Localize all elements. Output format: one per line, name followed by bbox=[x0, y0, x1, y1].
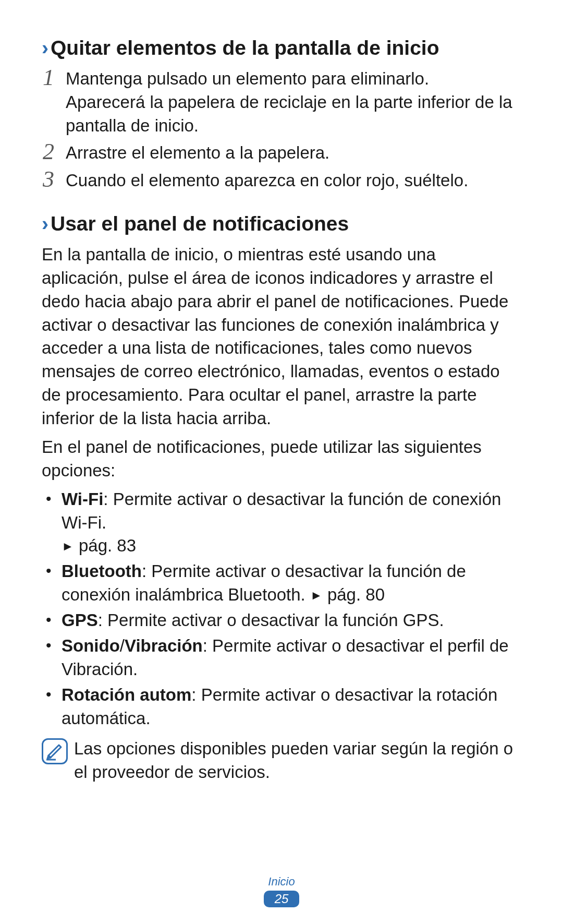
note-text: Las opciones disponibles pueden variar s… bbox=[74, 737, 521, 784]
page-ref: pág. 80 bbox=[327, 585, 385, 604]
heading-notifications-panel: ›Usar el panel de notificaciones bbox=[42, 211, 521, 237]
page-ref: pág. 83 bbox=[79, 536, 136, 555]
step-body: Arrastre el elemento a la papelera. bbox=[64, 141, 521, 165]
page-number-badge: 25 bbox=[264, 891, 299, 907]
bullet-body: GPS: Permite activar o desactivar la fun… bbox=[62, 609, 521, 632]
bullet-body: Bluetooth: Permite activar o desactivar … bbox=[62, 560, 521, 607]
bullet-bluetooth: • Bluetooth: Permite activar o desactiva… bbox=[46, 560, 521, 607]
step-number: 3 bbox=[43, 168, 64, 191]
bullet-wifi: • Wi-Fi: Permite activar o desactivar la… bbox=[46, 488, 521, 558]
note-icon bbox=[42, 738, 68, 764]
step-3: 3 Cuando el elemento aparezca en color r… bbox=[43, 169, 521, 193]
bullet-icon: • bbox=[46, 609, 62, 631]
bullet-gps: • GPS: Permite activar o desactivar la f… bbox=[46, 609, 521, 632]
bullet-bold: Sonido bbox=[62, 636, 120, 655]
paragraph: En el panel de notificaciones, puede uti… bbox=[42, 436, 521, 483]
heading-text: Quitar elementos de la pantalla de inici… bbox=[51, 37, 439, 59]
step-body: Cuando el elemento aparezca en color roj… bbox=[64, 169, 521, 193]
step-line: Arrastre el elemento a la papelera. bbox=[66, 141, 521, 165]
footer-section-label: Inicio bbox=[0, 875, 563, 889]
bullet-icon: • bbox=[46, 560, 62, 582]
bullet-sound-vibration: • Sonido/Vibración: Permite activar o de… bbox=[46, 634, 521, 681]
bullet-icon: • bbox=[46, 634, 62, 656]
paragraph: En la pantalla de inicio, o mientras est… bbox=[42, 243, 521, 430]
chevron-icon: › bbox=[42, 37, 48, 59]
step-2: 2 Arrastre el elemento a la papelera. bbox=[43, 141, 521, 165]
step-line: Mantenga pulsado un elemento para elimin… bbox=[66, 67, 521, 91]
heading-text: Usar el panel de notificaciones bbox=[51, 212, 349, 235]
bullet-auto-rotation: • Rotación autom: Permite activar o desa… bbox=[46, 683, 521, 730]
bullet-body: Wi-Fi: Permite activar o desactivar la f… bbox=[62, 488, 521, 558]
bullet-bold: Bluetooth bbox=[62, 561, 142, 581]
chevron-icon: › bbox=[42, 212, 48, 235]
note-icon-cell bbox=[42, 737, 74, 764]
bullet-bold: Rotación autom bbox=[62, 685, 191, 704]
step-body: Mantenga pulsado un elemento para elimin… bbox=[64, 67, 521, 138]
page-footer: Inicio 25 bbox=[0, 875, 563, 907]
note-block: Las opciones disponibles pueden variar s… bbox=[42, 737, 521, 784]
bullet-bold2: Vibración bbox=[125, 636, 203, 655]
bullet-icon: • bbox=[46, 488, 62, 510]
bullet-bold: GPS bbox=[62, 610, 98, 630]
step-1: 1 Mantenga pulsado un elemento para elim… bbox=[43, 67, 521, 138]
step-number: 2 bbox=[43, 140, 64, 163]
bullet-bold: Wi-Fi bbox=[62, 489, 103, 509]
bullet-body: Sonido/Vibración: Permite activar o desa… bbox=[62, 634, 521, 681]
heading-remove-items: ›Quitar elementos de la pantalla de inic… bbox=[42, 35, 521, 61]
triangle-icon: ► bbox=[310, 588, 323, 602]
step-line: Aparecerá la papelera de reciclaje en la… bbox=[66, 91, 521, 138]
manual-page: ›Quitar elementos de la pantalla de inic… bbox=[0, 0, 563, 924]
step-number: 1 bbox=[43, 66, 64, 89]
bullet-body: Rotación autom: Permite activar o desact… bbox=[62, 683, 521, 730]
bullet-icon: • bbox=[46, 683, 62, 705]
step-line: Cuando el elemento aparezca en color roj… bbox=[66, 169, 521, 193]
bullet-rest: : Permite activar o desactivar la funció… bbox=[62, 489, 501, 532]
triangle-icon: ► bbox=[62, 539, 74, 553]
slash: / bbox=[120, 636, 125, 655]
bullet-rest: : Permite activar o desactivar la funció… bbox=[98, 610, 444, 630]
